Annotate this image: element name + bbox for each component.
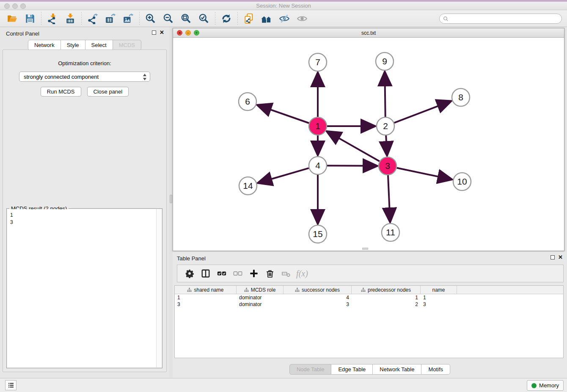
add-row-button[interactable] bbox=[246, 266, 262, 281]
graph-node-2[interactable]: 2 bbox=[377, 117, 394, 135]
table-cell[interactable]: 1 bbox=[352, 294, 421, 301]
zoom-fit-button[interactable] bbox=[177, 11, 195, 26]
table-row[interactable]: 3dominator323 bbox=[175, 301, 563, 308]
table-toolbar: f(x) bbox=[177, 265, 564, 282]
open-session-icon bbox=[7, 13, 18, 24]
graph-edge-4-3[interactable] bbox=[327, 166, 377, 166]
search-input[interactable] bbox=[451, 16, 561, 22]
deselect-all-icon bbox=[233, 269, 242, 278]
graph-node-14[interactable]: 14 bbox=[239, 177, 257, 195]
table-close-panel-icon[interactable]: ✕ bbox=[558, 255, 563, 259]
table-cell[interactable]: 1 bbox=[175, 294, 237, 301]
delete-row-button[interactable] bbox=[262, 266, 278, 281]
show-all-button[interactable] bbox=[293, 11, 311, 26]
splitter-grip[interactable] bbox=[170, 195, 172, 203]
settings-gear-button[interactable] bbox=[182, 266, 198, 281]
tab-network-table[interactable]: Network Table bbox=[373, 364, 421, 375]
graph-node-15[interactable]: 15 bbox=[309, 225, 327, 243]
tab-style[interactable]: Style bbox=[61, 40, 85, 50]
column-header-successor-nodes[interactable]: successor nodes bbox=[284, 286, 352, 294]
table-cell[interactable]: 3 bbox=[284, 301, 352, 308]
run-mcds-button[interactable]: Run MCDS bbox=[41, 87, 81, 97]
export-image-button[interactable] bbox=[119, 11, 137, 26]
column-header-name[interactable]: name bbox=[421, 286, 457, 294]
table-float-panel-icon[interactable] bbox=[550, 255, 555, 259]
graph-node-3[interactable]: 3 bbox=[379, 157, 396, 175]
clone-network-icon bbox=[243, 13, 254, 24]
open-session-button[interactable] bbox=[3, 11, 21, 26]
panel-splitter[interactable] bbox=[169, 27, 173, 378]
import-network-button[interactable] bbox=[44, 11, 61, 26]
table-cell[interactable]: dominator bbox=[237, 294, 284, 301]
mcds-result-list[interactable]: 1 3 bbox=[7, 209, 162, 367]
graph-node-7[interactable]: 7 bbox=[309, 53, 327, 71]
zoom-in-button[interactable] bbox=[142, 11, 160, 26]
graph-edge-4-14[interactable] bbox=[258, 168, 309, 183]
close-panel-icon[interactable]: ✕ bbox=[160, 30, 164, 35]
float-panel-icon[interactable] bbox=[152, 30, 156, 35]
import-table-button[interactable] bbox=[61, 11, 79, 26]
sort-column-icon bbox=[244, 287, 249, 292]
tab-mcds[interactable]: MCDS bbox=[113, 40, 141, 50]
save-session-button[interactable] bbox=[21, 11, 39, 26]
graph-edge-2-9[interactable] bbox=[385, 72, 385, 117]
graph-node-4[interactable]: 4 bbox=[309, 157, 327, 174]
table-cell[interactable]: 2 bbox=[352, 301, 421, 308]
network-canvas[interactable]: 7968124314101511 bbox=[173, 38, 564, 251]
table-cell[interactable]: dominator bbox=[237, 301, 284, 308]
graph-node-1[interactable]: 1 bbox=[309, 117, 327, 135]
column-header-predecessor-nodes[interactable]: predecessor nodes bbox=[352, 286, 421, 294]
column-layout-button[interactable] bbox=[198, 266, 214, 281]
optimization-criterion-dropdown[interactable]: strongly connected component bbox=[19, 72, 150, 82]
column-header-MCDS-role[interactable]: MCDS role bbox=[237, 286, 284, 294]
refresh-button[interactable] bbox=[217, 11, 235, 26]
memory-button[interactable]: Memory bbox=[527, 380, 564, 391]
tab-motifs[interactable]: Motifs bbox=[421, 364, 450, 375]
export-table-button[interactable] bbox=[102, 11, 119, 26]
hide-selected-button[interactable] bbox=[275, 11, 293, 26]
app-title: Session: New Session bbox=[0, 3, 567, 9]
table-cell[interactable]: 3 bbox=[421, 301, 457, 308]
graph-edge-3-1[interactable] bbox=[327, 131, 380, 161]
graph-node-9[interactable]: 9 bbox=[376, 52, 394, 70]
export-table-icon bbox=[105, 13, 116, 24]
graph-node-11[interactable]: 11 bbox=[382, 224, 399, 241]
zoom-out-button[interactable] bbox=[160, 11, 177, 26]
tab-network[interactable]: Network bbox=[28, 40, 61, 50]
deselect-all-button[interactable] bbox=[230, 266, 246, 281]
tab-node-table[interactable]: Node Table bbox=[289, 364, 332, 375]
graph-node-label-11: 11 bbox=[386, 227, 395, 237]
tab-select[interactable]: Select bbox=[85, 40, 113, 50]
graph-node-6[interactable]: 6 bbox=[239, 93, 256, 110]
settings-gear-icon bbox=[185, 269, 194, 278]
export-network-button[interactable] bbox=[84, 11, 102, 26]
table-panel: Table Panel ✕ f(x) shared nameMCDS roles… bbox=[173, 252, 567, 378]
graph-node-label-8: 8 bbox=[458, 92, 463, 102]
column-header-shared-name[interactable]: shared name bbox=[175, 286, 237, 294]
network-window-titlebar[interactable]: ✕ − + scc.txt bbox=[173, 28, 564, 38]
close-panel-button[interactable]: Close panel bbox=[87, 87, 129, 97]
graph-edge-1-6[interactable] bbox=[258, 105, 309, 123]
sort-column-icon bbox=[295, 287, 300, 292]
task-history-button[interactable] bbox=[5, 380, 17, 390]
table-row[interactable]: 1dominator411 bbox=[175, 294, 563, 301]
table-cell[interactable]: 3 bbox=[175, 301, 237, 308]
graph-edge-2-3[interactable] bbox=[386, 135, 387, 155]
graph-edge-3-11[interactable] bbox=[388, 175, 390, 222]
tab-edge-table[interactable]: Edge Table bbox=[331, 364, 373, 375]
graph-edge-2-8[interactable] bbox=[394, 101, 451, 123]
table-cell[interactable]: 1 bbox=[421, 294, 457, 301]
network-hscroll-thumb[interactable] bbox=[362, 248, 368, 250]
select-all-button[interactable] bbox=[214, 266, 230, 281]
first-neighbors-button[interactable] bbox=[258, 11, 275, 26]
clone-network-button[interactable] bbox=[240, 11, 258, 26]
table-cell[interactable]: 4 bbox=[284, 294, 352, 301]
search-box[interactable] bbox=[439, 14, 562, 24]
graph-edge-3-10[interactable] bbox=[397, 168, 452, 179]
graph-node-8[interactable]: 8 bbox=[452, 88, 470, 106]
network-window: ✕ − + scc.txt 7968124314101511 bbox=[173, 28, 564, 251]
mcds-result-scrollbar[interactable] bbox=[156, 209, 162, 367]
show-all-icon bbox=[297, 13, 308, 24]
graph-node-10[interactable]: 10 bbox=[453, 173, 471, 190]
zoom-selected-button[interactable] bbox=[195, 11, 213, 26]
